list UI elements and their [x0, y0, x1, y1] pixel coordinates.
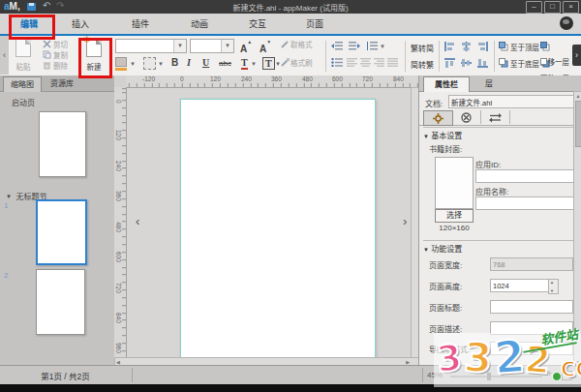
trash-icon	[43, 61, 51, 70]
cut-button[interactable]: 剪切	[43, 40, 51, 48]
indent-decrease-button[interactable]	[331, 42, 343, 50]
trad-to-simp-button[interactable]: 繁转简	[411, 43, 434, 53]
stepper-up-icon[interactable]: ▲	[550, 280, 554, 285]
ribbon-overflow-button[interactable]: ›	[572, 45, 581, 66]
underline-button[interactable]: U	[202, 57, 209, 68]
tab-animation[interactable]: 动画	[178, 16, 221, 33]
prev-page-arrow[interactable]: ‹	[136, 214, 139, 228]
chevron-down-icon[interactable]: ▼	[158, 61, 164, 67]
strikethrough-button[interactable]: abc	[219, 59, 231, 68]
minimize-button[interactable]: –	[526, 1, 542, 14]
app-id-input[interactable]	[475, 169, 576, 183]
tab-page[interactable]: 页面	[293, 16, 336, 33]
start-page-thumbnail[interactable]	[39, 111, 86, 177]
new-icon: ✱	[86, 39, 102, 57]
font-family-select[interactable]: ▼	[115, 39, 187, 53]
select-cover-button[interactable]: 选择	[435, 209, 474, 223]
tab-resource-library[interactable]: 资源库	[44, 76, 80, 91]
align-right-button[interactable]	[477, 42, 488, 51]
italic-button[interactable]: I	[187, 57, 191, 68]
bullet-list-button[interactable]	[331, 58, 343, 67]
format-painter-button[interactable]: 格式刷	[281, 58, 290, 67]
scrollbar-thumb[interactable]	[575, 101, 581, 147]
tab-insert[interactable]: 插入	[59, 16, 102, 33]
triangle-down-icon: ▼	[423, 247, 429, 253]
chevron-down-icon[interactable]: ▼	[221, 40, 233, 52]
disable-tab[interactable]	[452, 110, 481, 124]
line-spacing-button[interactable]	[366, 42, 378, 50]
font-smaller-button[interactable]: A▼	[260, 39, 271, 56]
transition-tab[interactable]	[481, 110, 510, 124]
simp-to-trad-button[interactable]: 简转繁	[411, 59, 434, 70]
section-function-settings[interactable]: ▼ 功能设置	[423, 240, 574, 254]
pick-format-button[interactable]: 取格式	[281, 40, 290, 48]
delete-button[interactable]: 删除	[43, 61, 51, 70]
app-name-label: 应用名称:	[475, 186, 508, 196]
app-name-input[interactable]	[475, 196, 576, 210]
page-title-input[interactable]	[490, 300, 573, 314]
chevron-down-icon[interactable]: ▼	[130, 61, 136, 67]
layers-icon	[540, 42, 550, 51]
scissors-icon	[43, 40, 51, 48]
divider	[325, 41, 326, 72]
tab-thumbnails[interactable]: 缩略图	[3, 76, 42, 92]
brush-icon	[281, 58, 290, 67]
tab-edit[interactable]: 编辑	[8, 16, 50, 33]
align-justify-full-icon	[387, 58, 398, 67]
tab-plugin[interactable]: 插件	[119, 16, 162, 33]
bring-to-front-button[interactable]: 至于顶层	[499, 42, 508, 51]
align-center-h-button[interactable]	[461, 42, 472, 51]
next-page-arrow[interactable]: ›	[403, 214, 407, 228]
fill-color-button[interactable]	[115, 57, 127, 71]
page-1-thumbnail[interactable]	[36, 199, 87, 265]
page-height-label: 页面高度:	[429, 281, 462, 291]
settings-tab[interactable]	[423, 110, 453, 126]
tab-interact[interactable]: 交互	[236, 16, 279, 33]
align-justify-right-icon	[374, 58, 384, 67]
document-name-input[interactable]	[448, 95, 578, 108]
design-page[interactable]	[180, 99, 376, 360]
gear-icon	[433, 113, 443, 124]
divider	[132, 368, 133, 382]
window-title: 新建文件.ahl - appMaker (试用版)	[0, 2, 581, 13]
app-id-label: 应用ID:	[475, 159, 501, 169]
chevron-down-icon[interactable]: ▼	[380, 44, 385, 49]
triangle-down-icon: ▼	[6, 194, 12, 199]
menu-bar: 编辑 插入 插件 动画 交互 页面	[0, 14, 581, 34]
section-basic-settings[interactable]: ▼ 基本设置	[423, 127, 574, 140]
text-color-button[interactable]: T	[241, 57, 248, 70]
copy-button[interactable]: 复制	[43, 50, 51, 59]
send-to-back-button[interactable]: 至于底层	[499, 58, 508, 68]
align-left-button[interactable]	[444, 42, 455, 51]
paste-button[interactable]: 粘贴	[10, 61, 37, 72]
page-2-thumbnail[interactable]	[36, 269, 85, 335]
align-bottom-button[interactable]	[477, 58, 488, 68]
page-number: 1	[4, 201, 8, 210]
chevron-down-icon[interactable]: ▼	[251, 61, 257, 67]
text-style-button[interactable]: T	[262, 57, 275, 70]
stepper-down-icon[interactable]: ▼	[550, 288, 554, 293]
account-icon[interactable]	[560, 16, 573, 30]
close-button[interactable]: ×	[563, 1, 579, 14]
horizontal-ruler: -120 0 120 240 360 480 600 720 840	[126, 75, 418, 88]
indent-increase-button[interactable]	[349, 42, 360, 50]
border-color-button[interactable]	[143, 57, 156, 70]
tab-layers[interactable]: 层	[472, 76, 506, 91]
scroll-up-icon[interactable]: ▲	[574, 93, 581, 99]
chevron-down-icon[interactable]: ▼	[173, 40, 186, 52]
font-size-select[interactable]: ▼	[190, 39, 234, 53]
align-top-button[interactable]	[444, 58, 455, 68]
page-height-input[interactable]	[490, 279, 552, 292]
ribbon-collapse-button[interactable]: ‹	[0, 36, 9, 75]
book-cover-placeholder[interactable]	[435, 157, 474, 209]
tab-properties[interactable]: 属性栏	[423, 76, 470, 92]
align-middle-v-button[interactable]	[461, 58, 472, 68]
copy-icon	[43, 50, 51, 59]
bold-button[interactable]: B	[171, 57, 178, 68]
page-height-stepper[interactable]: ▲ ▼	[548, 279, 559, 294]
new-button[interactable]: 新建	[79, 61, 108, 72]
thumbnail-panel: 缩略图 资源库 启动页 ▼ 无标题节 1 2	[0, 75, 115, 365]
font-bigger-button[interactable]: A▲	[240, 39, 252, 56]
vertical-ruler: 0 120 240 360 480 600 720 840 960	[114, 87, 127, 365]
maximize-button[interactable]: □	[544, 1, 561, 14]
